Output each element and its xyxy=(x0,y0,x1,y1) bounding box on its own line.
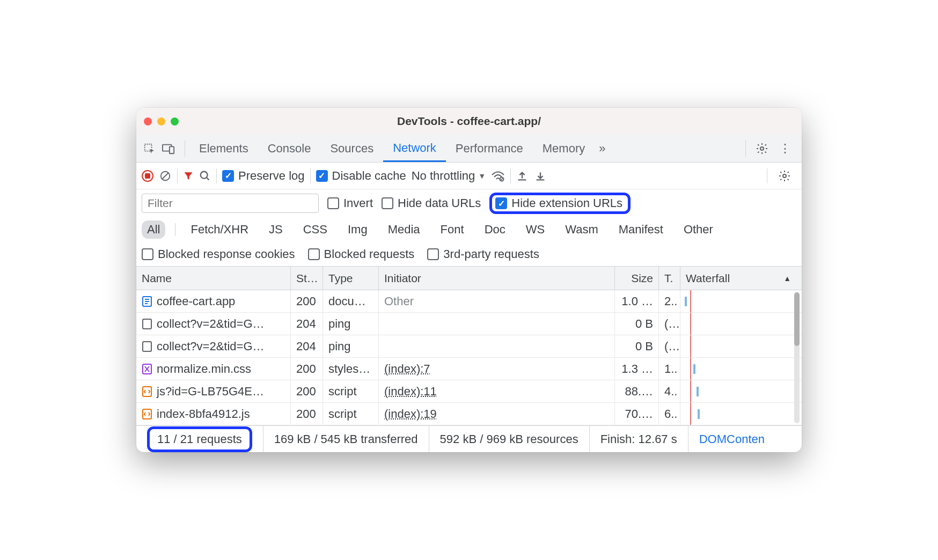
request-name: index-8bfa4912.js xyxy=(157,407,250,421)
col-name[interactable]: Name xyxy=(136,267,291,290)
waterfall-load-line-icon xyxy=(690,313,691,335)
type-font[interactable]: Font xyxy=(435,220,470,239)
script-file-icon xyxy=(142,386,152,397)
clear-button[interactable] xyxy=(159,170,172,182)
blocked-requests-checkbox[interactable]: Blocked requests xyxy=(308,247,415,261)
main-tab-bar: Elements Console Sources Network Perform… xyxy=(136,135,802,163)
network-conditions-icon[interactable] xyxy=(491,170,505,182)
table-row[interactable]: index-8bfa4912.js 200 script (index):19 … xyxy=(136,403,802,425)
invert-checkbox[interactable]: Invert xyxy=(327,196,373,210)
close-window-button[interactable] xyxy=(144,117,152,126)
col-type[interactable]: Type xyxy=(323,267,379,290)
network-action-bar: ✓ Preserve log ✓ Disable cache No thrott… xyxy=(136,163,802,189)
inspect-element-icon[interactable] xyxy=(142,141,157,156)
table-row[interactable]: collect?v=2&tid=G… 204 ping 0 B (… xyxy=(136,335,802,358)
request-waterfall xyxy=(680,403,802,425)
request-name: coffee-cart.app xyxy=(157,294,235,308)
tabs-overflow-button[interactable]: » xyxy=(595,136,610,161)
svg-rect-14 xyxy=(143,319,151,329)
request-status: 204 xyxy=(291,313,323,335)
col-initiator[interactable]: Initiator xyxy=(379,267,615,290)
type-doc[interactable]: Doc xyxy=(479,220,511,239)
settings-gear-icon[interactable] xyxy=(750,140,774,157)
request-time: 4.. xyxy=(659,380,680,402)
device-toggle-icon[interactable] xyxy=(161,141,176,156)
search-icon[interactable] xyxy=(199,170,211,182)
upload-har-icon[interactable] xyxy=(516,170,529,182)
tab-memory[interactable]: Memory xyxy=(533,136,595,161)
checkbox-unchecked-icon xyxy=(382,197,393,209)
initiator-link[interactable]: (index):7 xyxy=(384,362,430,376)
col-waterfall[interactable]: Waterfall ▲ xyxy=(680,267,802,290)
status-requests: 11 / 21 requests xyxy=(136,426,263,452)
type-all[interactable]: All xyxy=(142,220,165,239)
sort-ascending-icon: ▲ xyxy=(783,274,791,283)
type-media[interactable]: Media xyxy=(383,220,426,239)
request-table-body: coffee-cart.app 200 docu… Other 1.0 … 2.… xyxy=(136,290,802,425)
col-time[interactable]: T. xyxy=(659,267,680,290)
request-initiator xyxy=(379,313,615,335)
disable-cache-label: Disable cache xyxy=(332,169,406,183)
hide-data-urls-checkbox[interactable]: Hide data URLs xyxy=(382,196,481,210)
request-status: 200 xyxy=(291,290,323,312)
svg-point-3 xyxy=(760,147,764,150)
request-waterfall xyxy=(680,358,802,380)
type-ws[interactable]: WS xyxy=(521,220,550,239)
initiator-text: Other xyxy=(384,294,414,308)
third-party-label: 3rd-party requests xyxy=(443,247,539,261)
download-har-icon[interactable] xyxy=(534,170,547,182)
throttling-select[interactable]: No throttling ▼ xyxy=(412,169,486,183)
preserve-log-checkbox[interactable]: ✓ Preserve log xyxy=(222,169,305,183)
waterfall-load-line-icon xyxy=(690,335,691,357)
network-settings-gear-icon[interactable] xyxy=(773,167,796,185)
waterfall-load-line-icon xyxy=(690,403,691,425)
request-size: 1.3 … xyxy=(615,358,659,380)
third-party-checkbox[interactable]: 3rd-party requests xyxy=(427,247,539,261)
type-other[interactable]: Other xyxy=(678,220,719,239)
preserve-log-label: Preserve log xyxy=(238,169,305,183)
request-status: 200 xyxy=(291,380,323,402)
tab-console[interactable]: Console xyxy=(258,136,321,161)
table-row[interactable]: coffee-cart.app 200 docu… Other 1.0 … 2.… xyxy=(136,290,802,313)
svg-rect-15 xyxy=(143,342,151,351)
initiator-link[interactable]: (index):11 xyxy=(384,385,437,399)
filter-input[interactable] xyxy=(142,194,319,213)
disable-cache-checkbox[interactable]: ✓ Disable cache xyxy=(316,169,406,183)
minimize-window-button[interactable] xyxy=(157,117,165,126)
highlight-request-count: 11 / 21 requests xyxy=(147,426,252,452)
table-row[interactable]: collect?v=2&tid=G… 204 ping 0 B (… xyxy=(136,313,802,335)
request-waterfall xyxy=(680,313,802,335)
record-button[interactable] xyxy=(142,170,153,182)
type-fetch-xhr[interactable]: Fetch/XHR xyxy=(185,220,254,239)
blocked-cookies-checkbox[interactable]: Blocked response cookies xyxy=(142,247,295,261)
tab-network[interactable]: Network xyxy=(383,136,446,162)
initiator-link[interactable]: (index):19 xyxy=(384,407,437,421)
hide-extension-urls-checkbox[interactable]: ✓ Hide extension URLs xyxy=(495,196,622,210)
svg-line-5 xyxy=(163,173,168,179)
hide-data-label: Hide data URLs xyxy=(398,196,481,210)
request-status: 200 xyxy=(291,358,323,380)
request-initiator xyxy=(379,335,615,357)
checkbox-checked-icon: ✓ xyxy=(316,170,328,182)
status-domcontent: DOMConten xyxy=(688,426,775,452)
col-status[interactable]: St… xyxy=(291,267,323,290)
filter-toggle-icon[interactable] xyxy=(183,171,194,181)
doc-file-icon xyxy=(142,296,152,307)
type-wasm[interactable]: Wasm xyxy=(560,220,604,239)
type-css[interactable]: CSS xyxy=(298,220,333,239)
table-row[interactable]: js?id=G-LB75G4E… 200 script (index):11 8… xyxy=(136,380,802,403)
request-type: styles… xyxy=(323,358,379,380)
col-size[interactable]: Size xyxy=(615,267,659,290)
type-js[interactable]: JS xyxy=(263,220,288,239)
type-manifest[interactable]: Manifest xyxy=(613,220,669,239)
request-type: ping xyxy=(323,335,379,357)
tab-sources[interactable]: Sources xyxy=(320,136,383,161)
table-row[interactable]: normalize.min.css 200 styles… (index):7 … xyxy=(136,358,802,380)
tab-performance[interactable]: Performance xyxy=(446,136,533,161)
request-table-header: Name St… Type Initiator Size T. Waterfal… xyxy=(136,267,802,290)
more-menu-icon[interactable]: ⋮ xyxy=(774,139,796,158)
tab-elements[interactable]: Elements xyxy=(189,136,258,161)
invert-label: Invert xyxy=(343,196,373,210)
maximize-window-button[interactable] xyxy=(171,117,179,126)
type-img[interactable]: Img xyxy=(342,220,373,239)
